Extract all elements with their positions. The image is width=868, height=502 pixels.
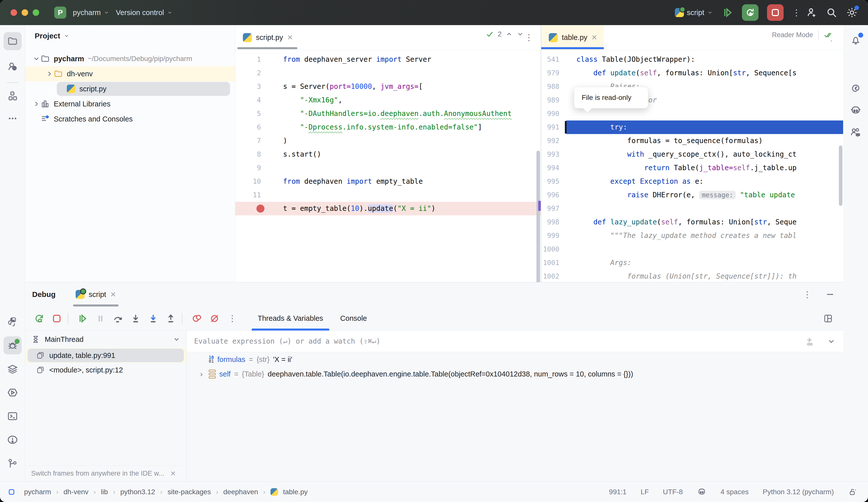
project-menu[interactable]: pycharm xyxy=(73,9,109,17)
breadcrumb-item[interactable]: lib xyxy=(101,488,108,496)
minimize-panel-icon[interactable] xyxy=(826,290,835,299)
code-line[interactable]: 4 "-Xmx16g", xyxy=(235,93,541,107)
line-number[interactable]: 541 xyxy=(541,53,566,66)
copilot-status-icon[interactable] xyxy=(697,487,706,497)
code-line[interactable]: 2 xyxy=(235,66,541,80)
view-breakpoints-button[interactable] xyxy=(190,312,204,326)
line-ending[interactable]: LF xyxy=(641,488,649,496)
breadcrumb-item[interactable]: dh-venv xyxy=(63,488,89,496)
line-number[interactable]: 6 xyxy=(235,121,273,134)
force-step-into-button[interactable] xyxy=(146,312,160,326)
editor-options-menu[interactable]: ⋮ xyxy=(525,35,533,40)
python-interpreter[interactable]: Python 3.12 (pycharm) xyxy=(763,488,834,496)
settings-button[interactable] xyxy=(846,7,858,19)
more-actions-menu[interactable]: ⋮ xyxy=(792,10,797,15)
debug-options-menu[interactable]: ⋮ xyxy=(803,292,808,297)
line-number[interactable]: 7 xyxy=(235,134,273,148)
learn-tool-button[interactable]: ? xyxy=(3,58,22,76)
resume-program-button[interactable] xyxy=(721,7,733,19)
project-panel-header[interactable]: Project xyxy=(25,25,235,40)
step-into-button[interactable] xyxy=(128,312,143,326)
services-tool-button[interactable] xyxy=(3,360,22,378)
pause-program-button[interactable] xyxy=(93,312,107,326)
line-number[interactable]: 1 xyxy=(235,53,273,66)
code-line[interactable]: 8s.start() xyxy=(235,148,541,161)
variable-row[interactable]: 1001formulas = {str}'X = ii' xyxy=(187,352,843,367)
search-button[interactable] xyxy=(826,7,837,18)
notifications-button[interactable] xyxy=(847,31,865,49)
stack-frame-row[interactable]: <module>, script.py:12 xyxy=(25,363,186,377)
version-control-menu[interactable]: Version control xyxy=(116,9,173,17)
line-number[interactable]: 10 xyxy=(235,175,273,188)
line-number[interactable]: 992 xyxy=(541,134,566,148)
run-configuration-select[interactable]: script xyxy=(675,8,713,17)
code-line[interactable]: 1001 Args: xyxy=(541,256,843,270)
line-number[interactable]: 8 xyxy=(235,148,273,161)
stop-button[interactable] xyxy=(767,4,784,21)
line-number[interactable]: 996 xyxy=(541,188,566,202)
close-banner-icon[interactable]: ✕ xyxy=(170,470,176,478)
line-number[interactable]: 4 xyxy=(235,93,273,107)
breadcrumb-item[interactable]: pycharm xyxy=(24,488,51,496)
close-tab-icon[interactable]: ✕ xyxy=(287,33,293,42)
line-number[interactable]: 988 xyxy=(541,80,566,93)
stop-debug-button[interactable] xyxy=(50,312,64,326)
code-line[interactable]: 6 "-Dprocess.info.system-info.enabled=fa… xyxy=(235,121,541,134)
breadcrumb-item[interactable]: deephaven xyxy=(223,488,258,496)
code-line[interactable]: 998 def lazy_update(self, formulas: Unio… xyxy=(541,215,843,229)
code-with-me-button[interactable] xyxy=(847,124,865,142)
minimize-window-button[interactable] xyxy=(22,9,28,16)
rerun-button[interactable] xyxy=(32,312,46,326)
readonly-lock-icon[interactable] xyxy=(848,488,857,496)
project-tree-row[interactable]: pycharm~/Documents/Debug/pip/pycharm xyxy=(25,51,235,66)
window-indicator-icon[interactable] xyxy=(8,488,16,496)
line-number[interactable]: 5 xyxy=(235,107,273,121)
step-over-button[interactable] xyxy=(111,312,125,326)
debug-session-tab[interactable]: script ✕ xyxy=(73,282,118,306)
add-user-button[interactable] xyxy=(806,7,817,18)
inspections-widget[interactable]: 2 xyxy=(484,29,526,39)
line-number[interactable]: 993 xyxy=(541,148,566,161)
code-line[interactable]: 992 formulas = to_sequence(formulas) xyxy=(541,134,843,148)
scrollbar-thumb[interactable] xyxy=(537,150,540,291)
next-problem-icon[interactable] xyxy=(517,31,524,38)
project-tool-button[interactable] xyxy=(3,32,22,50)
breadcrumb-item[interactable]: table.py xyxy=(283,488,308,496)
line-number[interactable]: 3 xyxy=(235,80,273,93)
run-tool-button[interactable] xyxy=(3,384,22,401)
code-line[interactable]: 7) xyxy=(235,134,541,148)
step-out-button[interactable] xyxy=(164,312,178,326)
line-number[interactable]: 1000 xyxy=(541,242,566,256)
terminal-tool-button[interactable] xyxy=(3,407,22,425)
tree-chevron-icon[interactable] xyxy=(32,55,41,63)
tab-table-py[interactable]: table.py ✕ xyxy=(541,25,604,50)
maximize-window-button[interactable] xyxy=(33,9,39,16)
tree-chevron-icon[interactable] xyxy=(32,100,41,108)
problems-tool-button[interactable] xyxy=(3,431,22,449)
breadcrumb-item[interactable]: python3.12 xyxy=(120,488,155,496)
evaluate-expression-input[interactable]: Evaluate expression (↵) or add a watch (… xyxy=(187,331,843,352)
line-number[interactable]: 990 xyxy=(541,107,566,121)
line-number[interactable]: 991 xyxy=(541,121,566,134)
line-number[interactable]: 998 xyxy=(541,215,566,229)
code-line[interactable]: 997 xyxy=(541,202,843,215)
version-control-tool-button[interactable] xyxy=(3,454,22,472)
structure-tool-button[interactable] xyxy=(3,87,22,105)
code-line[interactable]: 1002 formulas (Union[str, Sequence[str]]… xyxy=(541,270,843,282)
project-tree-row[interactable]: External Libraries xyxy=(25,96,235,112)
project-tree-row[interactable]: dh-venv xyxy=(25,66,235,81)
code-line[interactable]: 11 xyxy=(235,188,541,202)
code-line[interactable]: 10from deephaven import empty_table xyxy=(235,175,541,188)
mute-breakpoints-button[interactable] xyxy=(207,312,221,326)
line-number[interactable]: 1001 xyxy=(541,256,566,270)
code-line[interactable]: 5 "-DAuthHandlers=io.deephaven.auth.Anon… xyxy=(235,107,541,121)
copilot-button[interactable] xyxy=(847,102,865,119)
tab-threads-variables[interactable]: Threads & Variables xyxy=(249,306,332,331)
code-line[interactable]: 1000 xyxy=(541,242,843,256)
thread-selector[interactable]: MainThread xyxy=(25,331,186,348)
line-number[interactable]: 1002 xyxy=(541,270,566,282)
code-line[interactable]: 991 try: xyxy=(541,121,843,134)
python-console-tool-button[interactable] xyxy=(3,313,22,331)
line-number[interactable]: 9 xyxy=(235,161,273,175)
close-window-button[interactable] xyxy=(11,9,17,16)
